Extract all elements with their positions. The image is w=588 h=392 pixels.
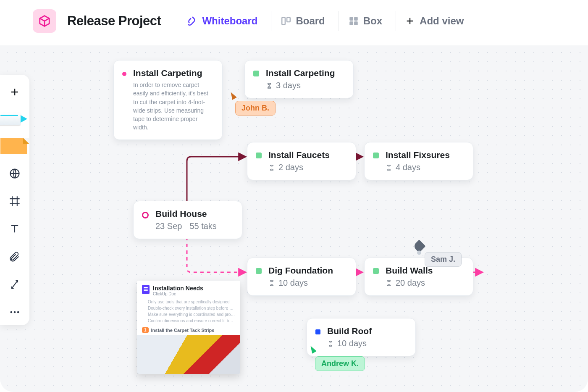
status-dot-icon <box>256 153 262 158</box>
svg-rect-2 <box>349 17 353 21</box>
doc-title: Installation Needs <box>153 285 203 292</box>
doc-embed[interactable]: Installation Needs ClickUp Doc Only use … <box>137 281 240 374</box>
svg-point-7 <box>10 311 13 313</box>
doc-icon <box>142 285 150 294</box>
card-title: Build House <box>155 209 217 219</box>
tool-web[interactable] <box>2 166 27 181</box>
header: Release Project Whiteboard Board Box Add… <box>0 0 588 42</box>
card-duration: 4 days <box>386 163 450 172</box>
status-dot-icon <box>253 71 259 76</box>
tab-whiteboard[interactable]: Whiteboard <box>178 11 267 31</box>
status-dot-icon <box>256 268 262 274</box>
status-dot-icon <box>373 268 379 274</box>
cursor-john-icon <box>228 91 236 100</box>
tool-attachment[interactable] <box>2 250 27 264</box>
tab-board[interactable]: Board <box>271 11 334 31</box>
svg-point-8 <box>14 311 16 313</box>
card-title: Install Fixsures <box>386 150 450 160</box>
tool-more[interactable] <box>2 305 27 319</box>
status-dot-icon <box>122 72 126 76</box>
card-duration: 20 days <box>386 278 433 288</box>
tool-text[interactable] <box>2 222 27 236</box>
card-build-roof[interactable]: Build Roof 10 days <box>307 318 416 356</box>
svg-rect-1 <box>287 17 291 22</box>
user-badge-sam: Sam J. <box>425 252 462 267</box>
tab-box-label: Box <box>363 15 382 27</box>
card-title: Build Walls <box>386 266 433 276</box>
card-build-house[interactable]: Build House 23 Sep 55 taks <box>133 201 242 239</box>
card-title: Install Carpeting <box>133 68 213 78</box>
add-view-label: Add view <box>420 15 464 27</box>
card-title: Install Carpeting <box>266 68 335 78</box>
page-title: Release Project <box>67 13 161 29</box>
tool-add[interactable] <box>2 85 27 99</box>
svg-rect-5 <box>354 21 358 25</box>
card-submeta: 23 Sep 55 taks <box>155 221 217 231</box>
status-dot-icon <box>315 329 320 334</box>
tool-sticky-note[interactable] <box>2 139 27 153</box>
card-install-faucets[interactable]: Install Faucets 2 days <box>247 142 356 180</box>
svg-rect-4 <box>349 21 353 25</box>
doc-bullets: Only use tools that are specifically des… <box>137 298 240 327</box>
card-duration: 2 days <box>268 163 330 172</box>
doc-subtitle: ClickUp Doc <box>153 292 203 296</box>
tab-box[interactable]: Box <box>339 11 391 31</box>
tab-board-label: Board <box>296 15 325 27</box>
card-install-fixtures[interactable]: Install Fixsures 4 days <box>364 142 473 180</box>
status-dot-icon <box>373 153 379 158</box>
project-icon <box>33 9 56 33</box>
whiteboard-canvas[interactable]: Install Carpeting In order to remove car… <box>0 45 588 392</box>
tab-whiteboard-label: Whiteboard <box>202 15 257 27</box>
card-title: Dig Foundation <box>268 266 333 276</box>
card-dig-foundation[interactable]: Dig Foundation 10 days <box>247 258 356 296</box>
doc-image <box>137 335 240 374</box>
card-install-carpeting[interactable]: Install Carpeting 3 days <box>244 60 354 98</box>
card-duration: 10 days <box>327 339 372 348</box>
cursor-sam-icon <box>412 239 425 253</box>
tool-connector[interactable] <box>2 277 27 292</box>
card-title: Build Roof <box>327 326 372 336</box>
user-badge-john: John B. <box>235 101 276 116</box>
card-duration: 10 days <box>268 278 333 288</box>
card-description: In order to remove carpet easily and eff… <box>133 81 213 132</box>
tool-frame[interactable] <box>2 194 27 208</box>
svg-rect-0 <box>282 17 286 24</box>
add-view-button[interactable]: Add view <box>396 11 473 31</box>
card-install-carpeting-note[interactable]: Install Carpeting In order to remove car… <box>113 60 223 140</box>
status-ring-icon <box>142 212 149 218</box>
card-duration: 3 days <box>266 81 335 90</box>
user-badge-andrew: Andrew K. <box>315 356 365 371</box>
card-title: Install Faucets <box>268 150 330 160</box>
doc-step: 1 Install the Carpet Tack Strips <box>137 327 240 335</box>
left-toolbar <box>0 75 29 325</box>
tool-marker[interactable] <box>0 113 29 125</box>
svg-rect-3 <box>354 17 358 21</box>
svg-point-9 <box>17 311 19 313</box>
